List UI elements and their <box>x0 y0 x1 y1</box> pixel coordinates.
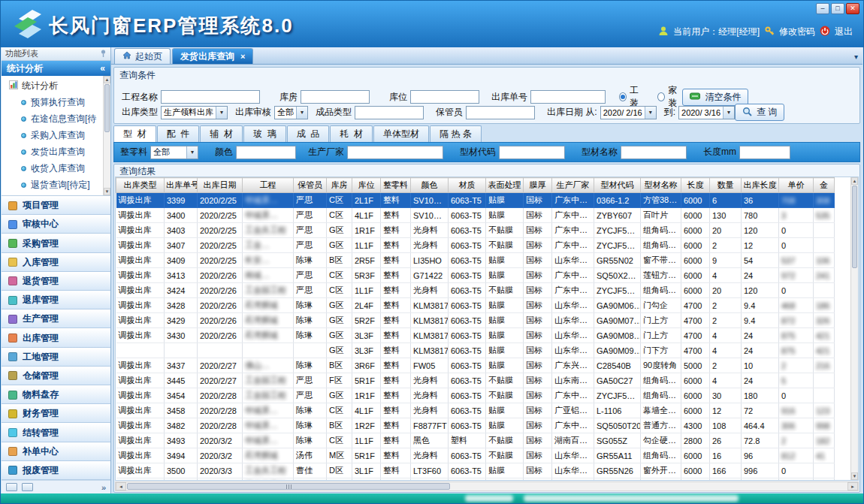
close-button[interactable]: ✕ <box>846 3 859 14</box>
sidebar-item[interactable]: 退库管理 <box>2 291 110 309</box>
column-header[interactable]: 生产厂家 <box>552 178 594 193</box>
column-header[interactable]: 长度 <box>681 178 710 193</box>
sidebar-item[interactable]: 采购管理 <box>2 234 110 252</box>
length-input[interactable] <box>739 146 790 159</box>
column-header[interactable]: 出库单号 <box>165 178 198 193</box>
manufacturer-input[interactable] <box>347 146 443 159</box>
material-tab[interactable]: 型 材 <box>113 125 156 142</box>
column-header[interactable]: 保管员 <box>294 178 327 193</box>
table-row[interactable]: 调拨出库34822020/2/28华城原…陈琳B区1R2F整料F8877FT60… <box>116 418 835 433</box>
grid-vscroll-thumb[interactable] <box>852 186 857 268</box>
profile-name-input[interactable] <box>621 146 687 159</box>
project-name-input[interactable] <box>161 90 260 104</box>
pin-icon[interactable] <box>100 50 107 59</box>
material-tab[interactable]: 玻 璃 <box>243 125 286 142</box>
sidebar-item[interactable]: 仓储管理 <box>2 367 110 385</box>
table-row[interactable]: 调拨出库34242020/2/26工业园工程严思C区1L1F整料光身料6063-… <box>116 283 835 298</box>
location-input[interactable] <box>410 90 479 104</box>
sidebar-item[interactable]: 生产管理 <box>2 309 110 328</box>
keeper-input[interactable] <box>466 106 535 119</box>
tree-item[interactable]: 库存管理[待定] <box>2 193 103 196</box>
whole-piece-combo[interactable]: 全部 ▾ <box>150 146 198 159</box>
column-header[interactable]: 型材代码 <box>594 178 641 193</box>
table-row[interactable]: 调拨出库35002020/3/3工业共工程曹佳D区3L1F整料LT3F60606… <box>116 463 835 478</box>
column-header[interactable]: 出库类型 <box>116 178 165 193</box>
tree-item[interactable]: 在途信息查询[待 <box>2 110 103 127</box>
table-row[interactable]: 调拨出库34072020/2/25工业…严思G区1L1F整料光身料6063-T5… <box>116 238 835 253</box>
tab-close-icon[interactable]: × <box>240 52 245 61</box>
material-tab[interactable]: 耗 材 <box>330 125 373 142</box>
tree-item[interactable]: 发货出库查询 <box>2 143 103 160</box>
logout-button[interactable]: 退出 <box>835 26 853 38</box>
column-header[interactable]: 材质 <box>449 178 486 193</box>
product-type-input[interactable] <box>355 106 424 119</box>
sidebar-item[interactable]: 结转管理 <box>2 423 110 442</box>
sidebar-item[interactable]: 财务管理 <box>2 404 110 423</box>
sidebar-item[interactable]: 退货管理 <box>2 272 110 291</box>
table-row[interactable]: 调拨出库34582020/2/28华城原…陈琳C区4L1F整料光身料6063-T… <box>116 403 835 418</box>
column-header[interactable]: 出库长度 <box>742 178 779 193</box>
profile-code-input[interactable] <box>499 146 565 159</box>
table-row[interactable]: 调拨出库34372020/2/27佛山…陈琳B区3R6F整料FW056063-T… <box>116 358 835 373</box>
tab-home[interactable]: 起始页 <box>114 48 171 64</box>
material-tab[interactable]: 配 件 <box>157 125 200 142</box>
tree-item[interactable]: 退货查询[待定] <box>2 177 103 193</box>
table-row[interactable]: 调拨出库34132020/2/26南城…严思C区5R3F整料G714226063… <box>116 268 835 283</box>
scroll-left-icon[interactable]: ◄ <box>116 482 126 490</box>
scroll-up-icon[interactable]: ▲ <box>851 177 858 185</box>
keyboard-icon[interactable] <box>22 483 33 491</box>
sidebar-item[interactable]: 报废管理 <box>2 461 110 480</box>
material-tab[interactable]: 单体型材 <box>373 125 429 142</box>
table-row[interactable]: 调拨出库34542020/2/28工业园工程严思G区1R1F整料光身料6063-… <box>116 388 835 403</box>
table-row[interactable]: 调拨出库34092020/2/25长安…陈琳B区2R5F整料LI35HO6063… <box>116 253 835 268</box>
table-row[interactable]: 调拨出库34282020/2/26石湾辉城陈琳G区2L4F整料KLM381760… <box>116 298 835 313</box>
tree-item[interactable]: 采购入库查询 <box>2 127 103 143</box>
table-row[interactable]: 调拨出库34302020/2/26石湾辉城陈琳G区3L3F整料KLM381760… <box>116 328 835 343</box>
table-row[interactable]: 调拨出库35102020/3/4工业共工程陈琳F区5R1F整料光身料6063-T… <box>116 478 835 481</box>
tree-item[interactable]: 预算执行查询 <box>2 94 103 110</box>
scroll-up-icon[interactable]: ▲ <box>104 76 110 83</box>
column-header[interactable]: 膜厚 <box>524 178 552 193</box>
column-header[interactable]: 型材名称 <box>641 178 681 193</box>
material-tab[interactable]: 辅 材 <box>200 125 243 142</box>
table-row[interactable]: G区3L3F整料KLM38176063-T5贴膜国标山东华…GA90M09…门下… <box>116 343 835 358</box>
tree-scrollbar[interactable]: ▲ ▼ <box>103 76 110 195</box>
scroll-down-icon[interactable]: ▼ <box>104 188 110 195</box>
table-row[interactable]: 调拨出库34292020/2/26石湾辉城陈琳G区5R2F整料KLM381760… <box>116 313 835 328</box>
sidebar-item[interactable]: 项目管理 <box>2 196 110 215</box>
change-password-button[interactable]: 修改密码 <box>779 26 815 38</box>
column-header[interactable]: 表面处理 <box>486 178 524 193</box>
material-tab[interactable]: 隔 热 条 <box>430 125 482 142</box>
outbound-type-combo[interactable]: 生产领料出库 ▾ <box>161 106 228 119</box>
table-row[interactable]: 调拨出库34942020/3/2石湾辉城汤伟M区5R1F整料光身料6063-T5… <box>116 448 835 463</box>
maximize-button[interactable]: □ <box>831 3 844 14</box>
sidebar-item[interactable]: 入库管理 <box>2 253 110 272</box>
table-row[interactable]: 调拨出库34932020/3/2华城原…陈琳C区1L1F整料黑色塑料不贴膜国标湖… <box>116 433 835 448</box>
sidebar-item[interactable]: 工地管理 <box>2 348 110 367</box>
column-header[interactable]: 颜色 <box>411 178 449 193</box>
column-header[interactable]: 出库日期 <box>198 178 243 193</box>
material-tab[interactable]: 成 品 <box>287 125 330 142</box>
column-header[interactable]: 整零料 <box>381 178 411 193</box>
column-header[interactable]: 工程 <box>243 178 294 193</box>
column-header[interactable]: 库位 <box>352 178 381 193</box>
tab-list-dropdown-icon[interactable]: ▾ <box>854 53 858 61</box>
outbound-audit-combo[interactable]: 全部 ▾ <box>274 106 308 119</box>
monitor-icon[interactable] <box>6 483 17 491</box>
table-row[interactable]: 调拨出库34002020/2/25华城原…严思C区4L1F整料SV10…6063… <box>116 208 835 223</box>
color-input[interactable] <box>236 146 296 159</box>
tree-item[interactable]: 收货入库查询 <box>2 160 103 177</box>
scroll-down-icon[interactable]: ▼ <box>851 472 858 480</box>
sidebar-item[interactable]: 物料盘存 <box>2 385 110 404</box>
warehouse-input[interactable] <box>301 90 370 104</box>
scroll-right-icon[interactable]: ► <box>847 482 858 490</box>
column-header[interactable]: 库房 <box>327 178 352 193</box>
minimize-button[interactable]: – <box>816 3 829 14</box>
grid-hscroll-thumb[interactable] <box>127 483 450 490</box>
search-button[interactable]: 查 询 <box>735 104 784 121</box>
stats-section-header[interactable]: 统计分析 « <box>2 61 110 76</box>
date-to-picker[interactable]: 2020/ 3/16 ▾ <box>678 106 735 119</box>
overflow-chevrons-icon[interactable]: » <box>101 483 106 492</box>
sidebar-item[interactable]: 审核中心 <box>2 215 110 234</box>
grid-vscrollbar[interactable]: ▲ ▼ <box>850 177 858 480</box>
